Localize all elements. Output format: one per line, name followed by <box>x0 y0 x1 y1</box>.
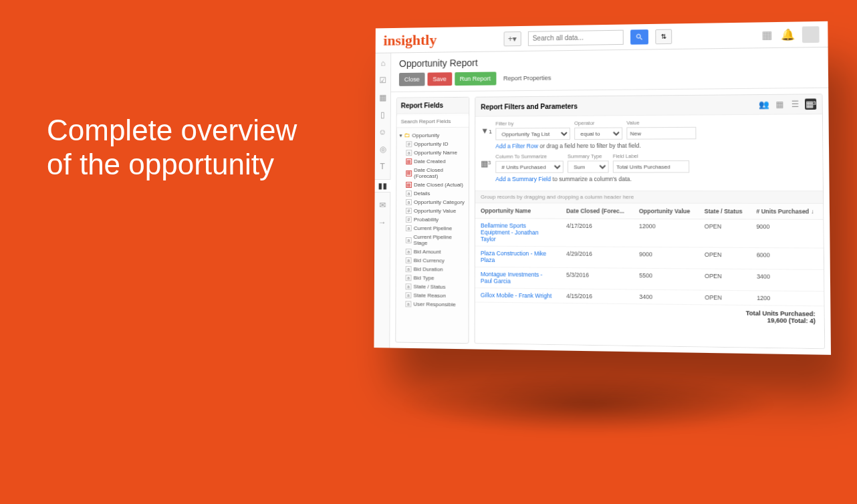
field-label-input[interactable] <box>613 160 689 173</box>
schedule-icon[interactable]: ▦ <box>773 99 785 110</box>
summary-col-label: Column To Summarize <box>495 153 564 159</box>
operator-select[interactable]: equal to <box>574 127 622 140</box>
number-type-icon: # <box>406 217 412 223</box>
date-closed-cell: 4/15/2016 <box>561 289 634 304</box>
group-hint[interactable]: Group records by dragging and dropping a… <box>475 191 823 204</box>
tree-item[interactable]: aDetails <box>399 189 466 198</box>
add-summary-row: Add a Summary Field to summarize a colum… <box>495 175 817 182</box>
tree-item[interactable]: aOpportunity Name <box>399 148 466 157</box>
opportunity-name-link[interactable]: Plaza Construction - Mike Plaza <box>475 246 561 267</box>
nav-email-icon[interactable]: ✉ <box>378 201 387 210</box>
report-panel: Report Filters and Parameters 👥 ▦ ☰ ▦³ ▼… <box>475 94 826 349</box>
column-header[interactable]: State / Status <box>699 204 751 219</box>
nav-opportunities-icon[interactable]: ◎ <box>378 144 387 154</box>
logo: insightly <box>383 31 437 49</box>
add-button[interactable]: +▾ <box>503 31 521 45</box>
close-button[interactable]: Close <box>399 73 425 86</box>
app-shadow <box>401 374 775 434</box>
tree-item-label: Date Created <box>414 158 445 164</box>
tree-item[interactable]: #Opportunity Value <box>399 207 466 215</box>
value-input[interactable] <box>626 127 696 140</box>
tree-item[interactable]: aUser Responsible <box>398 299 465 309</box>
column-header[interactable]: # Units Purchased ↓ <box>751 204 824 220</box>
table-view-icon[interactable]: ▦³ <box>805 98 816 110</box>
table-row: Montague Investments - Paul Garcia5/3/20… <box>475 267 824 291</box>
text-type-icon: a <box>406 249 412 255</box>
fields-search-input[interactable] <box>397 116 469 128</box>
filter-dropdown-button[interactable]: ⇅ <box>655 29 672 44</box>
opportunity-name-link[interactable]: Gillox Mobile - Frank Wright <box>475 288 561 303</box>
filter-by-select[interactable]: Opportunity Tag List <box>495 128 570 140</box>
summary-type-select[interactable]: Sum <box>568 160 609 172</box>
filters-area: ▼₁ Filter by Opportunity Tag List Operat… <box>475 114 823 191</box>
nav-home-icon[interactable]: ⌂ <box>378 59 388 68</box>
summary-icon: ▦³ <box>481 158 491 168</box>
tree-item[interactable]: aBid Currency <box>399 256 466 265</box>
tree-item-label: Probability <box>414 217 439 223</box>
summary-col-select[interactable]: # Units Purchased <box>495 161 564 173</box>
headline-line2: of the opportunity <box>47 148 297 182</box>
nav-orgs-icon[interactable]: ▯ <box>378 110 388 120</box>
field-label-label: Field Label <box>613 153 689 160</box>
run-report-button[interactable]: Run Report <box>455 72 496 86</box>
tree-parent-label: Opportunity <box>412 132 439 138</box>
add-filter-link[interactable]: Add a Filter Row <box>495 142 538 149</box>
nav-leads-icon[interactable]: ☺ <box>378 128 387 137</box>
save-button[interactable]: Save <box>427 72 451 86</box>
report-properties-link[interactable]: Report Properties <box>499 74 556 82</box>
opportunity-value-cell: 3400 <box>634 289 699 305</box>
nav-projects-icon[interactable]: T <box>378 162 387 171</box>
status-cell: OPEN <box>699 290 751 305</box>
filter-icon[interactable]: ☰ <box>789 99 801 110</box>
bell-icon[interactable]: 🔔 <box>781 27 795 41</box>
column-header[interactable]: Date Closed (Forec... <box>561 203 634 219</box>
column-header[interactable]: Opportunity Value <box>633 204 699 219</box>
tree-item[interactable]: aCurrent Pipeline Stage <box>399 233 466 248</box>
share-icon[interactable]: 👥 <box>758 99 769 110</box>
funnel-icon: ▼₁ <box>481 126 491 135</box>
tree-parent-opportunity[interactable]: ▾ 🗀 Opportunity <box>400 130 467 140</box>
tree-item[interactable]: ▦Date Closed (Forecast) <box>399 166 466 180</box>
text-type-icon: a <box>406 266 412 272</box>
text-type-icon: a <box>406 191 412 197</box>
units-cell: 3400 <box>751 269 824 291</box>
opportunity-value-cell: 5500 <box>634 268 699 290</box>
opportunity-value-cell: 9000 <box>634 247 699 269</box>
nav-contacts-icon[interactable]: ▦ <box>378 93 388 102</box>
tree-item[interactable]: aState / Status <box>399 282 466 291</box>
search-button[interactable] <box>630 29 648 45</box>
column-header[interactable]: Opportunity Name <box>475 203 561 219</box>
tree-item[interactable]: ▦Date Created <box>399 157 466 166</box>
number-type-icon: # <box>406 208 412 214</box>
opportunity-name-link[interactable]: Montague Investments - Paul Garcia <box>475 267 561 289</box>
tree-item-label: Opportunity Name <box>414 150 457 156</box>
search-input[interactable] <box>528 29 624 45</box>
fields-panel: Report Fields ▾ 🗀 Opportunity #Opportuni… <box>395 97 469 344</box>
headline: Complete overview of the opportunity <box>47 114 297 181</box>
data-table: Opportunity NameDate Closed (Forec...Opp… <box>475 203 824 306</box>
tree-item-label: Bid Amount <box>414 249 441 255</box>
tree-item[interactable]: aBid Duration <box>399 265 466 274</box>
status-cell: OPEN <box>699 247 751 269</box>
nav-more-icon[interactable]: → <box>378 218 387 227</box>
tree-item[interactable]: aBid Type <box>399 273 466 283</box>
tree-item-label: Current Pipeline Stage <box>414 234 466 246</box>
summary-type-label: Summary Type <box>568 153 609 159</box>
status-cell: OPEN <box>699 269 751 291</box>
calendar-icon[interactable]: ▦ <box>759 28 773 42</box>
text-type-icon: a <box>406 199 412 205</box>
add-summary-link[interactable]: Add a Summary Field <box>495 176 551 182</box>
nav-tasks-icon[interactable]: ☑ <box>378 76 388 85</box>
avatar[interactable] <box>802 26 820 43</box>
tree-item[interactable]: #Opportunity ID <box>399 140 466 148</box>
opportunity-name-link[interactable]: Bellarmine Sports Equiptment - Jonathan … <box>475 219 561 247</box>
date-closed-cell: 4/29/2016 <box>561 247 634 268</box>
tree-item[interactable]: #Probability <box>399 215 466 224</box>
tree-item[interactable]: aState Reason <box>398 291 465 300</box>
nav-reports-icon[interactable]: ▮▮ <box>374 179 390 193</box>
tree-item[interactable]: aOpportunity Category <box>399 198 466 207</box>
tree-item-label: State Reason <box>413 292 446 299</box>
tree-item[interactable]: ▦Date Closed (Actual) <box>399 180 466 189</box>
tree-item[interactable]: aCurrent Pipeline <box>399 224 466 233</box>
tree-item[interactable]: aBid Amount <box>399 247 466 257</box>
